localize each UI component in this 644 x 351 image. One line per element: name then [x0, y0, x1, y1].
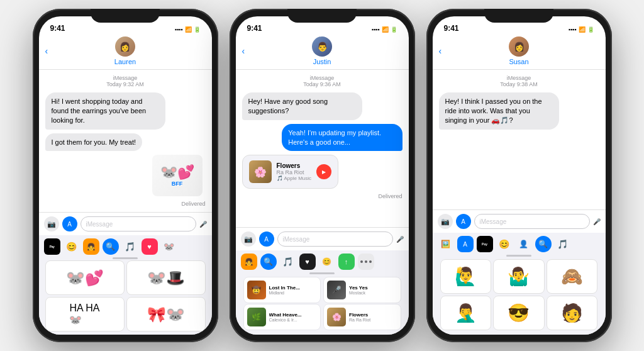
memoji-3[interactable]: 🙈 [547, 259, 598, 294]
avatar-img-2: 👨 [312, 36, 332, 57]
status-icons-2: ▪▪▪▪ 📶 🔋 [372, 26, 397, 33]
camera-icon-3[interactable]: 📷 [438, 214, 453, 229]
notch-3 [484, 9, 553, 23]
imessage-label-1: iMessageToday 9:32 AM [45, 75, 206, 87]
appstore-icon-2[interactable]: A [259, 231, 274, 247]
green-icon[interactable]: ↑ [338, 254, 355, 270]
animoji-icon-1[interactable]: 👧 [83, 238, 99, 255]
ml-thumb-2: 🎤 [327, 281, 346, 299]
music-card[interactable]: 🌸 Flowers Ra Ra Riot 🎵 Apple Music ▶ [242, 155, 339, 189]
wifi-2: 📶 [382, 26, 389, 33]
voice-icon-1[interactable]: 🎤 [199, 221, 207, 228]
music-icon-2[interactable]: 🎵 [280, 254, 296, 270]
music-icon-1[interactable]: 🎵 [122, 238, 138, 255]
sticker-img: 🐭💕 BFF [160, 164, 194, 187]
tray-icons-2: 👧 🔍 🎵 ♥ 😊 ↑ [241, 254, 404, 270]
ml-title-4: Flowers [349, 312, 397, 318]
voice-icon-2[interactable]: 🎤 [396, 236, 404, 243]
memoji-grid: 🙋‍♂️ 🤷‍♂️ 🙈 🤦‍♂️ 😎 🧑 [438, 258, 601, 332]
time-1: 9:41 [50, 24, 65, 33]
play-button[interactable]: ▶ [316, 164, 331, 179]
more-icon[interactable] [358, 254, 374, 270]
contact-name-3[interactable]: Susan [509, 58, 528, 65]
sticker-1[interactable]: 🐭💕 [45, 260, 125, 295]
music-thumb: 🌸 [249, 160, 272, 183]
ml-thumb-4: 🌸 [327, 308, 346, 326]
battery-3: 🔋 [587, 26, 594, 33]
store-icon[interactable]: A [457, 236, 474, 252]
imessage-input-3[interactable]: iMessage [474, 214, 590, 229]
contact-name-1[interactable]: Lauren [114, 58, 136, 65]
ml-item-4[interactable]: 🌸 Flowers Ra Ra Riot [323, 304, 401, 330]
tray-separator-2 [309, 272, 335, 274]
music-title: Flowers [277, 162, 312, 169]
camera-icon-2[interactable]: 📷 [241, 231, 256, 247]
imessage-input-1[interactable]: iMessage [80, 216, 196, 231]
memoji-icon-2[interactable]: 👧 [241, 254, 257, 270]
appstore-icon-3[interactable]: A [456, 214, 471, 229]
sticker-3[interactable]: HA HA🐭 [45, 297, 125, 332]
avatar-1: 👩 [115, 36, 135, 57]
nav-bar-2: ‹ 👨 Justin [236, 34, 409, 70]
music-source: 🎵 Apple Music [277, 176, 312, 181]
memoji-icon-3[interactable]: 😊 [496, 236, 513, 252]
contact-name-2[interactable]: Justin [313, 58, 331, 65]
ml-artist-4: Ra Ra Riot [349, 318, 397, 322]
memoji-icon-1[interactable]: 😊 [64, 238, 80, 255]
ml-item-1[interactable]: 🤠 Lost In The... Midland [243, 277, 321, 303]
status-icons-1: ▪▪▪▪ 📶 🔋 [175, 26, 201, 33]
contact-2[interactable]: 👨 Justin [312, 36, 332, 65]
photos-icon[interactable]: 🖼️ [438, 236, 454, 252]
msg-bubble-incoming-2: I got them for you. My treat! [45, 133, 143, 152]
applepay-icon-3[interactable]: Pay [477, 236, 493, 252]
app-tray-2: 👧 🔍 🎵 ♥ 😊 ↑ 🤠 Lost In [236, 250, 409, 335]
back-button-1[interactable]: ‹ [45, 46, 48, 56]
chevron-left-icon: ‹ [45, 46, 48, 56]
applepay-icon[interactable]: Pay [44, 238, 60, 255]
emoji-icon-2[interactable]: 😊 [319, 254, 335, 270]
screen-2: 9:41 ▪▪▪▪ 📶 🔋 ‹ 👨 Justin iMessageToday 9… [236, 16, 409, 335]
ml-artist-1: Midland [269, 291, 318, 295]
ml-item-3[interactable]: 🌿 What Heave... Calexico & Ir... [243, 304, 321, 330]
phone-2: 9:41 ▪▪▪▪ 📶 🔋 ‹ 👨 Justin iMessageToday 9… [230, 9, 415, 342]
person-icon[interactable]: 👤 [516, 236, 532, 252]
screen-3: 9:41 ▪▪▪▪ 📶 🔋 ‹ 👩 Susan iMessageToday 9:… [433, 16, 606, 335]
nav-bar-1: ‹ 👩 Lauren [39, 34, 212, 70]
memoji-1[interactable]: 🙋‍♂️ [440, 259, 492, 294]
input-bar-2: 📷 A iMessage 🎤 [236, 227, 409, 250]
memoji-5[interactable]: 😎 [493, 296, 545, 330]
dark-icon[interactable]: ♥ [299, 254, 316, 270]
ml-artist-2: Mostack [349, 291, 397, 295]
back-button-2[interactable]: ‹ [242, 46, 245, 56]
signal-icon: ▪▪▪▪ [175, 26, 183, 33]
contact-3[interactable]: 👩 Susan [509, 36, 529, 65]
music-info: Flowers Ra Ra Riot 🎵 Apple Music [277, 162, 312, 181]
imessage-input-2[interactable]: iMessage [277, 231, 393, 247]
search-icon-3[interactable]: 🔍 [535, 236, 552, 252]
ml-item-2[interactable]: 🎤 Yes Yes Mostack [323, 277, 401, 303]
signal-3: ▪▪▪▪ [569, 26, 577, 33]
back-button-3[interactable]: ‹ [439, 46, 442, 56]
memoji-6[interactable]: 🧑 [547, 296, 598, 330]
search-icon-2[interactable]: 🔍 [260, 254, 277, 270]
imessage-label-2: iMessageToday 9:36 AM [242, 75, 402, 87]
voice-icon-3[interactable]: 🎤 [593, 218, 601, 225]
search-icon-tray[interactable]: 🔍 [103, 238, 119, 255]
music-icon-3[interactable]: 🎵 [555, 236, 571, 252]
app-tray-1: Pay 😊 👧 🔍 🎵 ♥ 🐭 🐭💕 🐭🎩 HA HA🐭 🎀🐭 [39, 235, 212, 335]
sticker-4[interactable]: 🎀🐭 [126, 297, 206, 332]
ml-title-1: Lost In The... [269, 285, 318, 291]
appstore-icon-1[interactable]: A [62, 216, 77, 231]
camera-icon-1[interactable]: 📷 [44, 216, 59, 231]
messages-1: iMessageToday 9:32 AM Hi! I went shoppin… [39, 70, 212, 212]
ml-title-3: What Heave... [269, 312, 318, 318]
sticker-2[interactable]: 🐭🎩 [126, 260, 206, 295]
memoji-4[interactable]: 🤦‍♂️ [440, 296, 492, 330]
ml-title-2: Yes Yes [349, 285, 397, 291]
contact-1[interactable]: 👩 Lauren [114, 36, 136, 65]
memoji-2[interactable]: 🤷‍♂️ [493, 259, 545, 294]
heart-icon-1[interactable]: ♥ [142, 238, 158, 255]
delivered-1: Delivered [45, 201, 206, 207]
disney-icon-1[interactable]: 🐭 [161, 238, 177, 255]
ml-info-4: Flowers Ra Ra Riot [349, 312, 397, 322]
